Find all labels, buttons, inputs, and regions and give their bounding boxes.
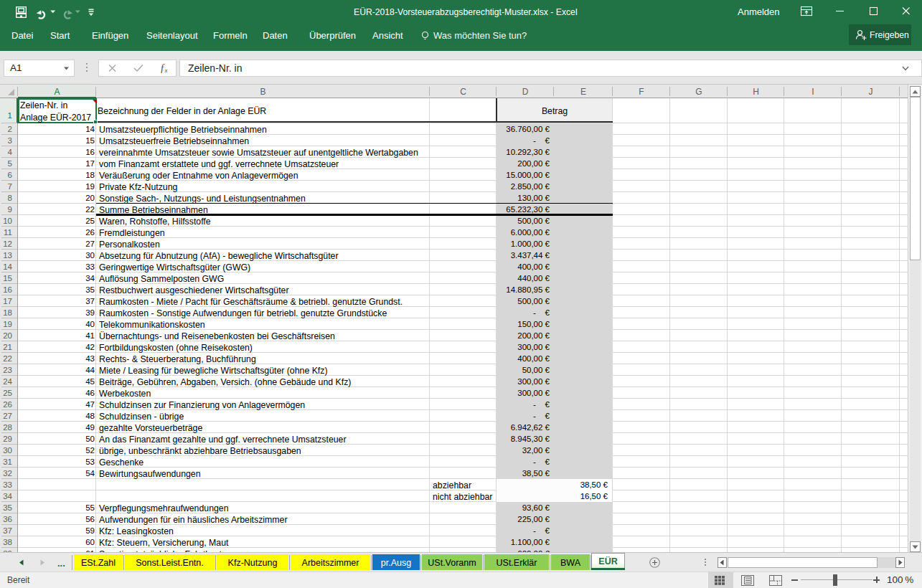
svg-text:x: x [164, 67, 168, 73]
